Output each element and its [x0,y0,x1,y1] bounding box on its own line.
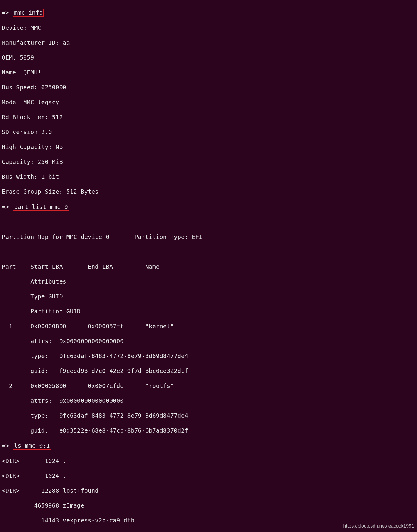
partition-row: 2 0x00005800 0x0007cfde "rootfs" [2,382,415,390]
prompt-line-3: => ls mmc 0:1 [2,442,415,450]
partition-row: type: 0fc63daf-8483-4772-8e79-3d69d8477d… [2,352,415,360]
mmc-info-line: Device: MMC [2,24,415,32]
command-ls-01: ls mmc 0:1 [13,442,51,450]
partition-columns: Part Start LBA End LBA Name [2,263,415,270]
partition-columns: Attributes [2,278,415,285]
mmc-info-line: Name: QEMU! [2,69,415,76]
mmc-info-line: Capacity: 250 MiB [2,158,415,166]
mmc-info-line: OEM: 5859 [2,54,415,61]
terminal-output[interactable]: => mmc info Device: MMC Manufacturer ID:… [0,0,417,532]
command-mmc-info: mmc info [13,9,44,17]
mmc-info-line: High Capacity: No [2,143,415,151]
prompt-symbol: => [2,9,9,16]
mmc-info-line: Erase Group Size: 512 Bytes [2,188,415,195]
partition-row: attrs: 0x0000000000000000 [2,397,415,405]
list-item: <DIR> 1024 .. [2,472,415,480]
partition-columns: Partition GUID [2,308,415,315]
mmc-info-line: Rd Block Len: 512 [2,113,415,121]
partition-row: type: 0fc63daf-8483-4772-8e79-3d69d8477d… [2,412,415,419]
partition-row: 1 0x00000800 0x000057ff "kernel" [2,323,415,330]
partition-row: guid: f9cedd93-d7c0-42e2-9f7d-8bc0ce322d… [2,367,415,375]
partition-header: Partition Map for MMC device 0 -- Partit… [2,233,415,241]
watermark-text: https://blog.csdn.net/leacock1991 [343,523,414,529]
list-item: <DIR> 12288 lost+found [2,487,415,494]
prompt-line-1: => mmc info [2,9,415,17]
mmc-info-line: SD version 2.0 [2,128,415,136]
command-part-list: part list mmc 0 [13,203,69,211]
mmc-info-line: Bus Width: 1-bit [2,173,415,181]
blank-line [2,248,415,256]
mmc-info-line: Bus Speed: 6250000 [2,84,415,91]
prompt-symbol: => [2,442,9,449]
partition-row: attrs: 0x0000000000000000 [2,337,415,345]
list-item: <DIR> 1024 . [2,457,415,465]
list-item: 4659968 zImage [2,502,415,509]
partition-row: guid: e8d3522e-68e8-47cb-8b76-6b7ad8370d… [2,427,415,434]
mmc-info-line: Manufacturer ID: aa [2,39,415,46]
mmc-info-line: Mode: MMC legacy [2,99,415,106]
partition-columns: Type GUID [2,293,415,300]
prompt-line-2: => part list mmc 0 [2,203,415,211]
prompt-symbol: => [2,203,9,210]
blank-line [2,218,415,226]
